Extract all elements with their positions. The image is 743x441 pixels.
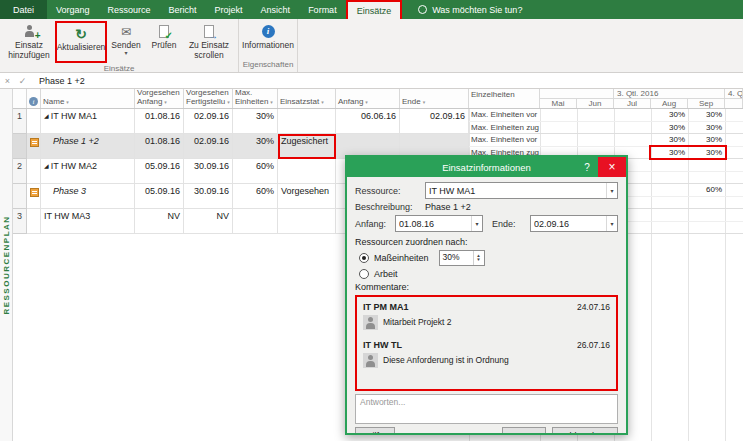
timeline-cell[interactable]: 30%: [651, 134, 688, 146]
arbeit-option[interactable]: Arbeit: [355, 269, 618, 279]
row-number[interactable]: 1: [13, 109, 27, 134]
cell-indicator[interactable]: [27, 184, 41, 209]
cancel-entry-icon[interactable]: ×: [0, 76, 15, 86]
ok-button[interactable]: OK: [502, 427, 546, 433]
cell-vorgesehen-fertigstellung[interactable]: 30.09.16: [184, 184, 233, 209]
row-number[interactable]: 3: [13, 209, 27, 234]
timeline-cell[interactable]: [688, 209, 725, 221]
abbrechen-button[interactable]: Abbrechen: [552, 427, 618, 433]
cell-name[interactable]: Phase 1 +2: [41, 134, 135, 159]
timeline-cell[interactable]: [725, 159, 743, 171]
cell-vorgesehen-fertigstellung[interactable]: 30.09.16: [184, 159, 233, 184]
close-button[interactable]: ×: [598, 157, 626, 177]
timeline-cell[interactable]: [725, 122, 743, 134]
cell-name[interactable]: Phase 3: [41, 184, 135, 209]
hilfe-button[interactable]: Hilfe: [355, 427, 395, 433]
ende-select[interactable]: 02.09.16 ▾: [530, 215, 618, 232]
entry-bar-value[interactable]: Phase 1 +2: [39, 76, 85, 86]
timeline-cell[interactable]: [651, 184, 688, 196]
header-name[interactable]: Name▾: [41, 89, 135, 108]
timeline-cell[interactable]: [651, 197, 688, 209]
information-button[interactable]: i Informationen: [242, 21, 294, 59]
header-max-einheiten[interactable]: Max.Einheiten▾: [233, 89, 278, 108]
timeline-cell[interactable]: [651, 209, 688, 221]
cell-indicator[interactable]: [27, 134, 41, 159]
reply-input[interactable]: Antworten...: [355, 394, 618, 424]
update-button[interactable]: ↻ Aktualisieren: [55, 21, 107, 63]
header-anfang[interactable]: Anfang▾: [336, 89, 400, 108]
tab-datei[interactable]: Datei: [0, 0, 47, 19]
timeline-cell[interactable]: [688, 159, 725, 171]
timeline-cell[interactable]: [651, 172, 688, 184]
timescale[interactable]: 3. Qtl. 2016 4. Q Mai Jun Jul Aug Sep: [540, 89, 743, 108]
timeline-cell[interactable]: [688, 222, 743, 234]
timeline-cell[interactable]: 60%: [688, 184, 725, 196]
timeline-cell[interactable]: [725, 184, 743, 196]
masseinheiten-stepper[interactable]: 30% ▲▼: [439, 250, 485, 266]
cell-vorgesehen-anfang[interactable]: 01.08.16: [135, 134, 184, 159]
cell-name[interactable]: ◢IT HW MA1: [41, 109, 135, 134]
header-einsatzstatus[interactable]: Einsatzstat▾: [278, 89, 336, 108]
check-button[interactable]: ✓ Prüfen: [145, 21, 183, 63]
confirm-entry-icon[interactable]: ✓: [15, 76, 30, 86]
stepper-arrows-icon[interactable]: ▲▼: [473, 251, 484, 265]
cell-name[interactable]: IT HW MA3: [41, 209, 135, 234]
header-ende[interactable]: Ende▾: [400, 89, 469, 108]
tab-projekt[interactable]: Projekt: [206, 0, 252, 19]
cell-einsatzstatus[interactable]: [278, 109, 336, 134]
row-number[interactable]: 2: [13, 159, 27, 184]
radio-unselected-icon[interactable]: [359, 269, 369, 279]
timeline-cell[interactable]: [725, 172, 743, 184]
cell-name[interactable]: ◢IT HW MA2: [41, 159, 135, 184]
timeline-cell[interactable]: [577, 109, 614, 121]
timeline-cell[interactable]: 30%: [688, 134, 725, 146]
cell-vorgesehen-fertigstellung[interactable]: 02.09.16: [184, 109, 233, 134]
timeline-cell[interactable]: [725, 209, 743, 221]
tell-me-box[interactable]: Was möchten Sie tun?: [418, 0, 522, 19]
timeline-cell[interactable]: 30%: [651, 109, 688, 121]
timeline-cell[interactable]: 30%: [651, 122, 688, 134]
timeline-cell[interactable]: [651, 222, 688, 234]
timeline-cell[interactable]: [725, 147, 743, 159]
header-einzelheiten[interactable]: Einzelheiten: [469, 89, 540, 108]
timeline-cell[interactable]: [540, 122, 577, 134]
cell-vorgesehen-fertigstellung[interactable]: NV: [184, 209, 233, 234]
cell-vorgesehen-fertigstellung[interactable]: 02.09.16: [184, 134, 233, 159]
timeline-cell[interactable]: [725, 197, 743, 209]
header-vorgesehen-anfang[interactable]: VorgesehenAnfang▾: [135, 89, 184, 108]
cell-ende[interactable]: 02.09.16: [400, 109, 469, 134]
scroll-to-engagement-button[interactable]: → Zu Einsatz scrollen: [183, 21, 235, 63]
tab-einsaetze[interactable]: Einsätze: [346, 0, 403, 19]
expand-triangle-icon[interactable]: ◢: [44, 163, 49, 169]
timeline-cell[interactable]: [688, 197, 725, 209]
timeline-cell[interactable]: [614, 134, 651, 146]
cell-vorgesehen-anfang[interactable]: 05.09.16: [135, 159, 184, 184]
header-vorgesehen-fertigstellung[interactable]: VorgesehenFertigstellu▾: [184, 89, 233, 108]
cell-max-einheiten[interactable]: [233, 209, 278, 234]
timeline-cell[interactable]: [540, 109, 577, 121]
row-number[interactable]: [13, 134, 27, 159]
cell-vorgesehen-anfang[interactable]: NV: [135, 209, 184, 234]
cell-max-einheiten[interactable]: 30%: [233, 134, 278, 159]
timeline-cell[interactable]: [577, 122, 614, 134]
tab-ansicht[interactable]: Ansicht: [252, 0, 300, 19]
row-number-header[interactable]: [13, 89, 27, 108]
tab-bericht[interactable]: Bericht: [160, 0, 206, 19]
expand-triangle-icon[interactable]: ◢: [44, 113, 49, 119]
tab-ressource[interactable]: Ressource: [99, 0, 160, 19]
timeline-cell[interactable]: [614, 122, 651, 134]
masseinheiten-option[interactable]: Maßeinheiten 30% ▲▼: [355, 250, 618, 266]
cell-einsatzstatus[interactable]: [278, 209, 336, 234]
send-button[interactable]: ✉ Senden ▾: [107, 21, 145, 63]
ressource-select[interactable]: IT HW MA1 ▾: [425, 182, 618, 199]
timeline-cell[interactable]: 30%: [688, 122, 725, 134]
indicator-column-header[interactable]: i: [27, 89, 41, 108]
cell-indicator[interactable]: [27, 109, 41, 134]
cell-max-einheiten[interactable]: 30%: [233, 109, 278, 134]
timeline-cell[interactable]: [577, 134, 614, 146]
anfang-select[interactable]: 01.08.16 ▾: [395, 215, 483, 232]
cell-vorgesehen-anfang[interactable]: 01.08.16: [135, 109, 184, 134]
timeline-cell[interactable]: [540, 134, 577, 146]
add-engagement-button[interactable]: + Einsatz hinzufügen: [3, 21, 55, 63]
cell-indicator[interactable]: [27, 159, 41, 184]
